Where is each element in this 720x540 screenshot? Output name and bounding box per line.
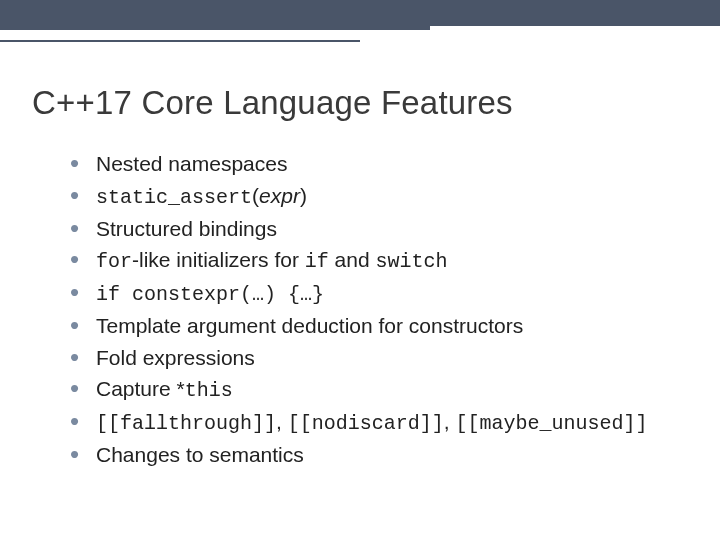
code-span: for — [96, 250, 132, 273]
list-item-text: if constexpr(…) {…} — [96, 277, 324, 310]
list-item-text: Capture *this — [96, 373, 233, 406]
bullet-dot-icon: • — [70, 310, 96, 341]
list-item-text: for-like initializers for if and switch — [96, 244, 447, 277]
list-item: • Fold expressions — [70, 342, 720, 374]
page-title: C++17 Core Language Features — [32, 84, 720, 122]
text-span: -like initializers for — [132, 248, 305, 271]
header-rule-thick — [0, 26, 430, 30]
code-span: [[nodiscard]] — [288, 412, 444, 435]
code-span: switch — [375, 250, 447, 273]
bullet-dot-icon: • — [70, 148, 96, 179]
header-rules — [0, 26, 720, 44]
bullet-dot-icon: • — [70, 213, 96, 244]
list-item-text: Fold expressions — [96, 342, 255, 374]
list-item: • Capture *this — [70, 373, 720, 406]
bullet-dot-icon: • — [70, 373, 96, 404]
bullet-dot-icon: • — [70, 439, 96, 470]
text-span: and — [329, 248, 376, 271]
list-item: • Template argument deduction for constr… — [70, 310, 720, 342]
bullet-dot-icon: • — [70, 342, 96, 373]
list-item-text: [[fallthrough]], [[nodiscard]], [[maybe_… — [96, 406, 647, 439]
code-span: static_assert — [96, 186, 252, 209]
code-span: this — [185, 379, 233, 402]
list-item: • Changes to semantics — [70, 439, 720, 471]
list-item-text: Nested namespaces — [96, 148, 287, 180]
text-span: , — [444, 410, 456, 433]
bullet-list: • Nested namespaces • static_assert(expr… — [70, 148, 720, 471]
list-item-text: static_assert(expr) — [96, 180, 307, 213]
bullet-dot-icon: • — [70, 180, 96, 211]
list-item: • static_assert(expr) — [70, 180, 720, 213]
text-span: Capture * — [96, 377, 185, 400]
bullet-dot-icon: • — [70, 277, 96, 308]
bullet-dot-icon: • — [70, 244, 96, 275]
code-span: [[maybe_unused]] — [455, 412, 647, 435]
list-item-text: Structured bindings — [96, 213, 277, 245]
code-span: [[fallthrough]] — [96, 412, 276, 435]
text-span: ) — [300, 184, 307, 207]
list-item: • Structured bindings — [70, 213, 720, 245]
list-item-text: Template argument deduction for construc… — [96, 310, 523, 342]
header-rule-thin — [0, 40, 360, 42]
list-item: • for-like initializers for if and switc… — [70, 244, 720, 277]
code-span: if constexpr(…) {…} — [96, 283, 324, 306]
list-item-text: Changes to semantics — [96, 439, 304, 471]
text-span: , — [276, 410, 288, 433]
list-item: • [[fallthrough]], [[nodiscard]], [[mayb… — [70, 406, 720, 439]
list-item: • Nested namespaces — [70, 148, 720, 180]
text-span: ( — [252, 184, 259, 207]
code-span: if — [305, 250, 329, 273]
header-accent-band — [0, 0, 720, 26]
list-item: • if constexpr(…) {…} — [70, 277, 720, 310]
bullet-dot-icon: • — [70, 406, 96, 437]
param-span: expr — [259, 184, 300, 207]
